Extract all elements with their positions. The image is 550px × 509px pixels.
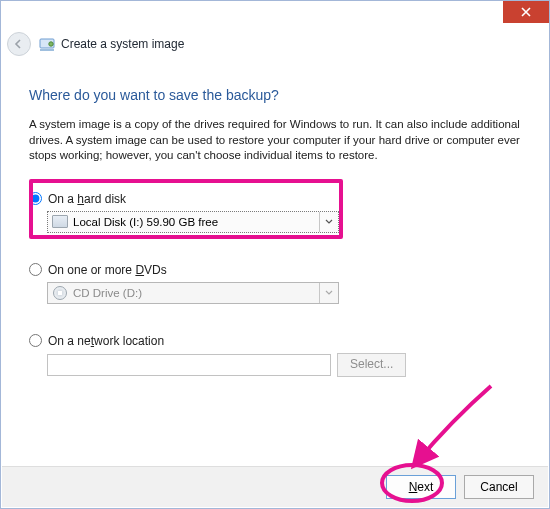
- next-button[interactable]: Next: [386, 475, 456, 499]
- dvd-dropdown[interactable]: CD Drive (D:): [47, 282, 339, 304]
- radio-hard-disk-input[interactable]: [29, 192, 42, 205]
- network-path-input[interactable]: [47, 354, 331, 376]
- radio-network-input[interactable]: [29, 334, 42, 347]
- dialog-window: Create a system image Where do you want …: [0, 0, 550, 509]
- radio-hard-disk-label: On a hard disk: [48, 192, 126, 206]
- radio-dvd-input[interactable]: [29, 263, 42, 276]
- chevron-down-icon: [319, 283, 338, 303]
- window-title: Create a system image: [61, 37, 184, 51]
- option-hard-disk: On a hard disk Local Disk (I:) 59.90 GB …: [29, 192, 521, 233]
- option-network: On a network location Select...: [29, 334, 521, 377]
- arrow-left-icon: [13, 38, 25, 50]
- system-image-icon: [39, 36, 55, 52]
- close-icon: [521, 7, 531, 17]
- cd-icon: [53, 286, 67, 300]
- page-heading: Where do you want to save the backup?: [29, 87, 521, 103]
- svg-point-2: [49, 42, 53, 46]
- radio-hard-disk[interactable]: On a hard disk: [29, 192, 521, 206]
- dialog-body: Where do you want to save the backup? A …: [1, 57, 549, 377]
- radio-dvd[interactable]: On one or more DVDs: [29, 263, 521, 277]
- dvd-value: CD Drive (D:): [73, 287, 319, 299]
- radio-dvd-label: On one or more DVDs: [48, 263, 167, 277]
- drive-icon: [52, 215, 68, 228]
- close-button[interactable]: [503, 1, 549, 23]
- cancel-button[interactable]: Cancel: [464, 475, 534, 499]
- dialog-header: Create a system image: [1, 31, 549, 57]
- page-description: A system image is a copy of the drives r…: [29, 117, 521, 164]
- titlebar: [1, 1, 549, 31]
- hard-disk-value: Local Disk (I:) 59.90 GB free: [73, 216, 319, 228]
- hard-disk-dropdown[interactable]: Local Disk (I:) 59.90 GB free: [47, 211, 339, 233]
- dialog-footer: Next Cancel: [2, 466, 548, 507]
- chevron-down-icon: [319, 212, 338, 232]
- svg-rect-1: [40, 49, 54, 51]
- radio-network-label: On a network location: [48, 334, 164, 348]
- option-dvd: On one or more DVDs CD Drive (D:): [29, 263, 521, 304]
- back-button[interactable]: [7, 32, 31, 56]
- select-button[interactable]: Select...: [337, 353, 406, 377]
- radio-network[interactable]: On a network location: [29, 334, 521, 348]
